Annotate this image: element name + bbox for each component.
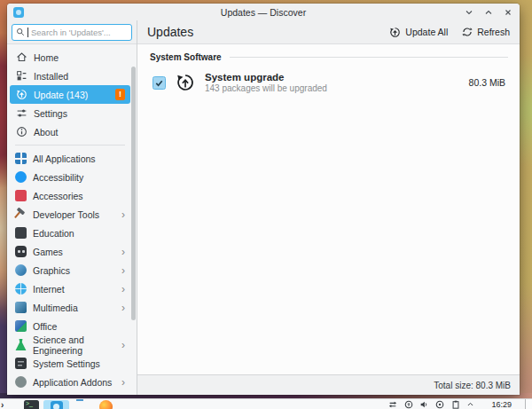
sidebar-item-education[interactable]: Education	[10, 224, 130, 242]
system-upgrade-icon	[175, 72, 196, 93]
sidebar-search-row: Search in 'Updates'...	[7, 20, 137, 44]
accessories-icon	[15, 190, 27, 201]
sidebar-item-label: All Applications	[33, 153, 96, 164]
multimedia-icon	[15, 302, 27, 313]
sidebar-item-application-addons[interactable]: Application Addons ›	[10, 373, 130, 391]
section-title: System Software	[150, 52, 222, 62]
bluetooth-icon[interactable]	[434, 400, 444, 409]
page-title: Updates	[147, 25, 193, 39]
application-addons-icon	[15, 376, 27, 388]
graphics-icon	[15, 264, 27, 276]
update-alert-badge: !	[115, 89, 125, 100]
page-header: Updates Update All	[137, 20, 520, 44]
sidebar-item-label: Education	[33, 228, 74, 239]
update-item-size: 80.3 MiB	[469, 77, 508, 88]
home-icon	[15, 51, 27, 64]
sidebar-item-label: Science and Engineering	[33, 334, 115, 356]
search-icon	[16, 28, 25, 36]
update-item-subtitle: 143 packages will be upgraded	[205, 83, 327, 93]
update-all-icon	[389, 27, 401, 38]
sidebar-item-internet[interactable]: Internet ›	[10, 279, 130, 298]
sidebar-item-label: Home	[34, 52, 59, 63]
close-button[interactable]	[503, 7, 513, 18]
total-size-label: Total size: 80.3 MiB	[434, 381, 511, 390]
volume-icon[interactable]	[419, 400, 428, 409]
sidebar-item-label: Internet	[33, 284, 65, 295]
sidebar-item-label: Accessories	[33, 191, 83, 201]
sidebar-item-label: Update (143)	[34, 90, 88, 100]
sidebar-item-about[interactable]: About	[10, 122, 130, 141]
sidebar-item-all-applications[interactable]: All Applications	[10, 149, 130, 168]
system-settings-icon	[15, 358, 27, 369]
discover-window: Updates — Discover	[7, 4, 520, 395]
sidebar-item-accessibility[interactable]: Accessibility	[10, 168, 130, 186]
refresh-icon	[462, 27, 473, 37]
discover-task-icon	[51, 401, 63, 409]
section-rule	[230, 57, 508, 58]
sidebar-item-installed[interactable]: Installed	[10, 67, 130, 85]
sidebar-item-office[interactable]: Office	[10, 317, 130, 335]
office-icon	[15, 320, 27, 332]
settings-icon	[15, 107, 27, 120]
firefox-icon[interactable]	[99, 400, 113, 409]
sidebar-item-label: Graphics	[33, 265, 70, 276]
installed-icon	[15, 70, 27, 83]
sidebar-item-label: Office	[33, 321, 57, 332]
developer-tools-icon	[15, 208, 27, 220]
show-desktop-button[interactable]	[525, 399, 532, 409]
update-all-button[interactable]: Update All	[389, 27, 448, 38]
internet-icon	[15, 283, 27, 295]
chevron-right-icon: ›	[121, 247, 125, 257]
launcher-icon[interactable]: ›	[1, 400, 13, 409]
sidebar-item-label: Installed	[34, 71, 68, 82]
refresh-label: Refresh	[477, 27, 510, 37]
sidebar-item-update[interactable]: Update (143) !	[10, 85, 130, 104]
chevron-right-icon: ›	[121, 284, 125, 295]
sidebar-item-science-and-engineering[interactable]: Science and Engineering ›	[10, 335, 130, 354]
taskbar: › >_ 16:29	[0, 398, 532, 409]
chevron-right-icon: ›	[121, 209, 125, 220]
science-icon	[15, 339, 27, 350]
search-input[interactable]: Search in 'Updates'...	[12, 24, 132, 41]
sidebar-item-developer-tools[interactable]: Developer Tools ›	[10, 205, 130, 224]
sidebar-item-plasma-addons[interactable]: Plasma Addons ›	[10, 391, 130, 395]
sidebar-item-label: Settings	[34, 108, 67, 119]
about-icon	[15, 126, 27, 138]
terminal-icon[interactable]: >_	[24, 400, 39, 409]
clipboard-icon[interactable]	[450, 400, 460, 409]
sidebar-item-label: About	[34, 127, 58, 138]
update-item-checkbox[interactable]	[153, 76, 166, 90]
clock[interactable]: 16:29	[491, 400, 512, 409]
search-placeholder: Search in 'Updates'...	[31, 28, 111, 37]
accessibility-icon	[15, 171, 27, 183]
maximize-button[interactable]	[483, 7, 494, 18]
sidebar-item-home[interactable]: Home	[10, 48, 130, 67]
desktop: Updates — Discover	[0, 0, 532, 409]
scrollbar-thumb[interactable]	[131, 67, 136, 320]
education-icon	[15, 227, 27, 239]
minimize-button[interactable]	[464, 7, 474, 18]
sidebar-item-system-settings[interactable]: System Settings	[10, 354, 130, 373]
all-applications-icon	[15, 153, 27, 164]
titlebar[interactable]: Updates — Discover	[7, 4, 520, 20]
discover-taskbar-entry[interactable]	[43, 400, 69, 409]
window-title: Updates — Discover	[7, 7, 520, 18]
text-caret	[27, 28, 28, 37]
refresh-button[interactable]: Refresh	[462, 27, 510, 38]
sidebar-item-games[interactable]: Games ›	[10, 242, 130, 261]
sidebar-item-settings[interactable]: Settings	[10, 104, 130, 122]
sidebar-item-label: System Settings	[33, 358, 100, 369]
tray-expand-icon[interactable]	[466, 400, 475, 409]
chevron-right-icon: ›	[121, 303, 125, 313]
sidebar-item-graphics[interactable]: Graphics ›	[10, 261, 130, 279]
sidebar-scrollbar[interactable]	[131, 67, 136, 392]
sidebar-item-label: Multimedia	[33, 303, 78, 313]
main-pane: Updates Update All	[137, 20, 520, 395]
update-list-item[interactable]: System upgrade 143 packages will be upgr…	[150, 72, 508, 93]
sidebar-item-multimedia[interactable]: Multimedia ›	[10, 298, 130, 317]
network-icon[interactable]	[387, 400, 397, 409]
sidebar-separator	[15, 145, 125, 146]
sidebar-item-accessories[interactable]: Accessories	[10, 186, 130, 205]
games-icon	[15, 246, 27, 257]
updates-notifier-icon[interactable]	[403, 400, 413, 409]
